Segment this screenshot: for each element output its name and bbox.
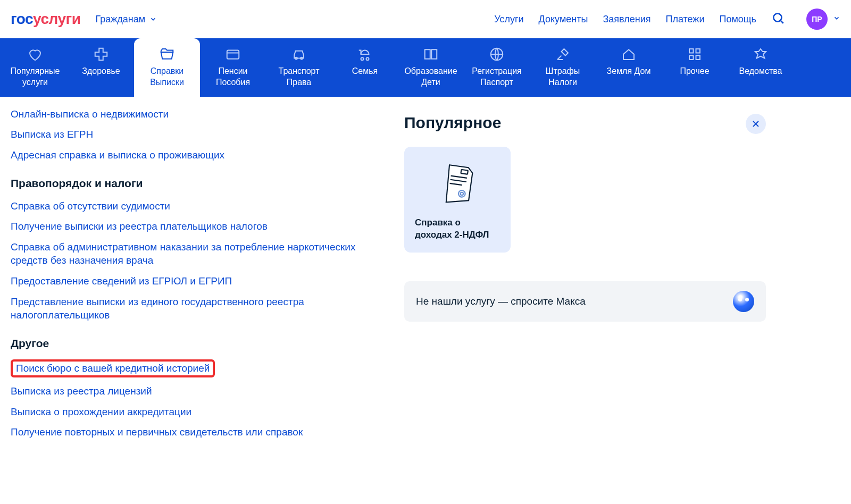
tab-label: Популярные услуги: [4, 66, 66, 88]
wallet-icon: [225, 46, 241, 62]
tab-land[interactable]: Земля Дом: [596, 38, 662, 97]
right-column: Популярное Справка о доходах 2-НДФЛ Не н…: [404, 107, 766, 446]
chevron-down-icon: [833, 14, 840, 22]
ask-max-bar[interactable]: Не нашли услугу — спросите Макса: [404, 281, 766, 322]
service-link[interactable]: Представление выписки из единого государ…: [11, 295, 383, 322]
close-button[interactable]: [746, 114, 766, 134]
search-icon: [771, 11, 785, 25]
category-tabs: Популярные услуги Здоровье Справки Выпис…: [0, 38, 851, 97]
service-link[interactable]: Выписка из ЕГРН: [11, 128, 383, 141]
tab-passport[interactable]: Регистрация Паспорт: [464, 38, 530, 97]
book-icon: [423, 46, 439, 62]
chevron-down-icon: [149, 15, 157, 23]
ask-text: Не нашли услугу — спросите Макса: [416, 296, 586, 307]
service-link[interactable]: Адресная справка и выписка о проживающих: [11, 148, 383, 162]
user-avatar[interactable]: ПР: [806, 9, 828, 30]
house-icon: [621, 46, 637, 62]
tab-other[interactable]: Прочее: [662, 38, 728, 97]
nav-payments[interactable]: Платежи: [665, 14, 704, 25]
folder-icon: [159, 46, 175, 62]
nav-documents[interactable]: Документы: [539, 14, 588, 25]
service-link[interactable]: Получение повторных и первичных свидетел…: [11, 425, 383, 439]
audience-selector[interactable]: Гражданам: [95, 14, 157, 25]
close-icon: [750, 119, 761, 129]
bot-icon: [733, 291, 754, 312]
svg-rect-11: [696, 56, 700, 60]
service-link[interactable]: Онлайн-выписка о недвижимости: [11, 107, 383, 121]
svg-rect-8: [689, 49, 694, 53]
card-title: Справка о доходах 2-НДФЛ: [415, 217, 500, 241]
left-column: Онлайн-выписка о недвижимости Выписка из…: [11, 107, 383, 446]
globe-icon: [489, 46, 505, 62]
popular-card[interactable]: Справка о доходах 2-НДФЛ: [404, 147, 511, 253]
svg-point-6: [366, 57, 369, 60]
tab-label: Образование Дети: [400, 66, 462, 88]
service-link[interactable]: Выписка о прохождении аккредитации: [11, 405, 383, 419]
tab-health[interactable]: Здоровье: [68, 38, 134, 97]
car-icon: [291, 46, 307, 62]
tab-label: Прочее: [664, 66, 725, 77]
audience-label: Гражданам: [95, 14, 145, 25]
tab-transport[interactable]: Транспорт Права: [266, 38, 332, 97]
svg-point-5: [361, 57, 364, 60]
tab-label: Транспорт Права: [268, 66, 330, 88]
nav-services[interactable]: Услуги: [494, 14, 523, 25]
tab-label: Штрафы Налоги: [532, 66, 594, 88]
page-header: госуслуги Гражданам Услуги Документы Зая…: [0, 0, 851, 38]
svg-rect-9: [696, 49, 700, 53]
service-link[interactable]: Справка об отсутствии судимости: [11, 199, 383, 213]
tab-label: Пенсии Пособия: [202, 66, 264, 88]
svg-rect-14: [461, 169, 468, 174]
grid-icon: [687, 46, 703, 62]
tab-label: Ведомства: [730, 66, 791, 77]
tab-certificates[interactable]: Справки Выписки: [134, 38, 200, 97]
tab-label: Семья: [334, 66, 396, 77]
eagle-icon: [753, 46, 769, 62]
gavel-icon: [555, 46, 571, 62]
other-link-list: Выписка из реестра лицензий Выписка о пр…: [11, 384, 383, 439]
heart-icon: [27, 46, 43, 62]
tab-family[interactable]: Семья: [332, 38, 398, 97]
tab-popular[interactable]: Популярные услуги: [2, 38, 68, 97]
section-title-other: Другое: [11, 337, 383, 350]
service-link-highlighted[interactable]: Поиск бюро с вашей кредитной историей: [11, 359, 215, 377]
main-content: Онлайн-выписка о недвижимости Выписка из…: [0, 97, 851, 457]
tab-label: Справки Выписки: [136, 66, 198, 88]
service-link[interactable]: Справка об административном наказании за…: [11, 240, 383, 267]
top-link-list: Онлайн-выписка о недвижимости Выписка из…: [11, 107, 383, 162]
service-link[interactable]: Выписка из реестра лицензий: [11, 384, 383, 398]
svg-line-1: [781, 21, 783, 23]
tab-label: Земля Дом: [598, 66, 660, 77]
user-menu-toggle[interactable]: [833, 14, 840, 24]
section-title-law: Правопорядок и налоги: [11, 177, 383, 190]
service-link[interactable]: Предоставление сведений из ЕГРЮЛ и ЕГРИП: [11, 274, 383, 288]
tab-pensions[interactable]: Пенсии Пособия: [200, 38, 266, 97]
tab-fines[interactable]: Штрафы Налоги: [530, 38, 596, 97]
search-button[interactable]: [771, 11, 785, 27]
tab-label: Регистрация Паспорт: [466, 66, 528, 88]
stroller-icon: [357, 46, 373, 62]
header-nav: Услуги Документы Заявления Платежи Помощ…: [494, 14, 756, 25]
service-link[interactable]: Получение выписки из реестра плательщико…: [11, 220, 383, 233]
tab-agencies[interactable]: Ведомства: [728, 38, 794, 97]
nav-requests[interactable]: Заявления: [603, 14, 650, 25]
nav-help[interactable]: Помощь: [719, 14, 756, 25]
plus-icon: [93, 46, 109, 62]
tab-education[interactable]: Образование Дети: [398, 38, 464, 97]
svg-rect-10: [689, 56, 694, 60]
document-icon: [415, 157, 500, 211]
svg-rect-2: [227, 51, 239, 59]
logo[interactable]: госуслуги: [11, 11, 80, 28]
popular-heading: Популярное: [404, 114, 766, 132]
svg-point-0: [773, 13, 781, 21]
law-link-list: Справка об отсутствии судимости Получени…: [11, 199, 383, 322]
tab-label: Здоровье: [70, 66, 132, 77]
